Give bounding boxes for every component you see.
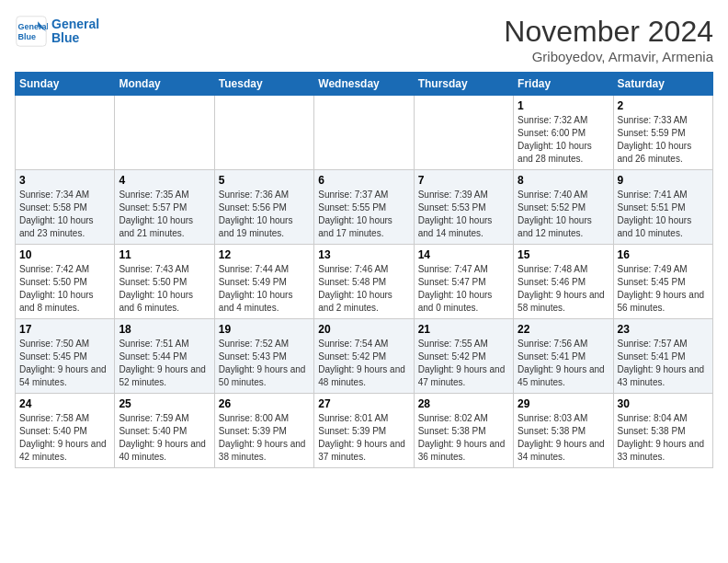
day-number: 14 [418,248,509,261]
calendar-cell: 11Sunrise: 7:43 AM Sunset: 5:50 PM Dayli… [115,245,214,319]
day-number: 13 [318,248,409,261]
calendar-cell: 23Sunrise: 7:57 AM Sunset: 5:41 PM Dayli… [613,319,712,394]
day-info: Sunrise: 7:34 AM Sunset: 5:58 PM Dayligh… [19,189,110,240]
calendar-week-row: 10Sunrise: 7:42 AM Sunset: 5:50 PM Dayli… [16,245,713,319]
day-info: Sunrise: 7:32 AM Sunset: 6:00 PM Dayligh… [518,114,609,166]
day-number: 6 [318,174,409,187]
day-info: Sunrise: 7:49 AM Sunset: 5:45 PM Dayligh… [618,263,709,315]
day-number: 25 [119,397,210,410]
calendar-cell [214,96,313,170]
day-number: 29 [518,397,609,410]
day-info: Sunrise: 7:39 AM Sunset: 5:53 PM Dayligh… [418,189,509,240]
weekday-header: Thursday [414,73,513,96]
day-info: Sunrise: 7:58 AM Sunset: 5:40 PM Dayligh… [19,412,110,464]
day-info: Sunrise: 8:00 AM Sunset: 5:39 PM Dayligh… [219,412,310,464]
day-info: Sunrise: 7:59 AM Sunset: 5:40 PM Dayligh… [119,412,210,464]
calendar-cell: 7Sunrise: 7:39 AM Sunset: 5:53 PM Daylig… [414,170,513,245]
calendar-header: SundayMondayTuesdayWednesdayThursdayFrid… [16,73,713,96]
day-info: Sunrise: 8:01 AM Sunset: 5:39 PM Dayligh… [318,412,409,464]
day-info: Sunrise: 7:35 AM Sunset: 5:57 PM Dayligh… [119,189,210,240]
calendar-cell: 20Sunrise: 7:54 AM Sunset: 5:42 PM Dayli… [314,319,414,394]
calendar-body: 1Sunrise: 7:32 AM Sunset: 6:00 PM Daylig… [16,96,713,468]
day-number: 9 [618,174,709,187]
day-number: 30 [618,397,709,410]
day-number: 4 [119,174,210,187]
day-number: 15 [518,248,609,261]
calendar-week-row: 1Sunrise: 7:32 AM Sunset: 6:00 PM Daylig… [16,96,713,170]
logo-line2: Blue [51,30,79,45]
day-info: Sunrise: 7:51 AM Sunset: 5:44 PM Dayligh… [119,338,210,389]
calendar-cell: 29Sunrise: 8:03 AM Sunset: 5:38 PM Dayli… [514,394,613,468]
day-info: Sunrise: 7:36 AM Sunset: 5:56 PM Dayligh… [219,189,310,240]
day-info: Sunrise: 8:03 AM Sunset: 5:38 PM Dayligh… [518,412,609,464]
month-title: November 2024 [504,15,713,49]
day-info: Sunrise: 7:41 AM Sunset: 5:51 PM Dayligh… [618,189,709,240]
calendar-cell [16,96,115,170]
day-number: 10 [19,248,110,261]
calendar-cell: 22Sunrise: 7:56 AM Sunset: 5:41 PM Dayli… [514,319,613,394]
day-info: Sunrise: 7:57 AM Sunset: 5:41 PM Dayligh… [618,338,709,389]
day-info: Sunrise: 7:40 AM Sunset: 5:52 PM Dayligh… [518,189,609,240]
calendar-cell: 30Sunrise: 8:04 AM Sunset: 5:38 PM Dayli… [613,394,712,468]
day-number: 1 [518,99,609,112]
day-number: 11 [119,248,210,261]
day-number: 27 [318,397,409,410]
day-number: 26 [219,397,310,410]
day-number: 5 [219,174,310,187]
day-number: 17 [19,323,110,336]
calendar-cell: 9Sunrise: 7:41 AM Sunset: 5:51 PM Daylig… [613,170,712,245]
day-info: Sunrise: 8:02 AM Sunset: 5:38 PM Dayligh… [418,412,509,464]
day-info: Sunrise: 8:04 AM Sunset: 5:38 PM Dayligh… [618,412,709,464]
day-info: Sunrise: 7:42 AM Sunset: 5:50 PM Dayligh… [19,263,110,315]
calendar-cell: 13Sunrise: 7:46 AM Sunset: 5:48 PM Dayli… [314,245,414,319]
calendar-cell: 16Sunrise: 7:49 AM Sunset: 5:45 PM Dayli… [613,245,712,319]
day-number: 20 [318,323,409,336]
day-number: 24 [19,397,110,410]
day-number: 12 [219,248,310,261]
day-number: 18 [119,323,210,336]
calendar-cell: 24Sunrise: 7:58 AM Sunset: 5:40 PM Dayli… [16,394,115,468]
calendar-cell [115,96,214,170]
day-number: 8 [518,174,609,187]
svg-text:Blue: Blue [18,32,37,41]
calendar-week-row: 17Sunrise: 7:50 AM Sunset: 5:45 PM Dayli… [16,319,713,394]
calendar-cell [314,96,414,170]
calendar-cell: 12Sunrise: 7:44 AM Sunset: 5:49 PM Dayli… [214,245,313,319]
logo-line1: General [51,17,99,31]
calendar-cell: 27Sunrise: 8:01 AM Sunset: 5:39 PM Dayli… [314,394,414,468]
calendar-cell: 2Sunrise: 7:33 AM Sunset: 5:59 PM Daylig… [613,96,712,170]
day-number: 23 [618,323,709,336]
logo: General Blue General Blue [15,15,99,48]
day-info: Sunrise: 7:37 AM Sunset: 5:55 PM Dayligh… [318,189,409,240]
day-number: 2 [618,99,709,112]
day-info: Sunrise: 7:48 AM Sunset: 5:46 PM Dayligh… [518,263,609,315]
day-number: 19 [219,323,310,336]
calendar-cell: 21Sunrise: 7:55 AM Sunset: 5:42 PM Dayli… [414,319,513,394]
calendar-cell: 19Sunrise: 7:52 AM Sunset: 5:43 PM Dayli… [214,319,313,394]
calendar-cell: 3Sunrise: 7:34 AM Sunset: 5:58 PM Daylig… [16,170,115,245]
calendar-week-row: 3Sunrise: 7:34 AM Sunset: 5:58 PM Daylig… [16,170,713,245]
calendar-cell: 17Sunrise: 7:50 AM Sunset: 5:45 PM Dayli… [16,319,115,394]
calendar-cell: 8Sunrise: 7:40 AM Sunset: 5:52 PM Daylig… [514,170,613,245]
day-info: Sunrise: 7:47 AM Sunset: 5:47 PM Dayligh… [418,263,509,315]
calendar-cell: 14Sunrise: 7:47 AM Sunset: 5:47 PM Dayli… [414,245,513,319]
weekday-header: Sunday [16,73,115,96]
weekday-header: Wednesday [314,73,414,96]
calendar-cell: 18Sunrise: 7:51 AM Sunset: 5:44 PM Dayli… [115,319,214,394]
calendar-cell [414,96,513,170]
weekday-header: Monday [115,73,214,96]
calendar-cell: 26Sunrise: 8:00 AM Sunset: 5:39 PM Dayli… [214,394,313,468]
svg-text:General: General [18,22,48,31]
page-header: General Blue General Blue November 2024 … [15,15,713,64]
day-info: Sunrise: 7:55 AM Sunset: 5:42 PM Dayligh… [418,338,509,389]
day-info: Sunrise: 7:56 AM Sunset: 5:41 PM Dayligh… [518,338,609,389]
day-info: Sunrise: 7:33 AM Sunset: 5:59 PM Dayligh… [618,114,709,166]
day-number: 21 [418,323,509,336]
calendar-cell: 1Sunrise: 7:32 AM Sunset: 6:00 PM Daylig… [514,96,613,170]
day-info: Sunrise: 7:50 AM Sunset: 5:45 PM Dayligh… [19,338,110,389]
calendar-cell: 25Sunrise: 7:59 AM Sunset: 5:40 PM Dayli… [115,394,214,468]
day-number: 7 [418,174,509,187]
day-number: 28 [418,397,509,410]
day-number: 22 [518,323,609,336]
weekday-header: Friday [514,73,613,96]
